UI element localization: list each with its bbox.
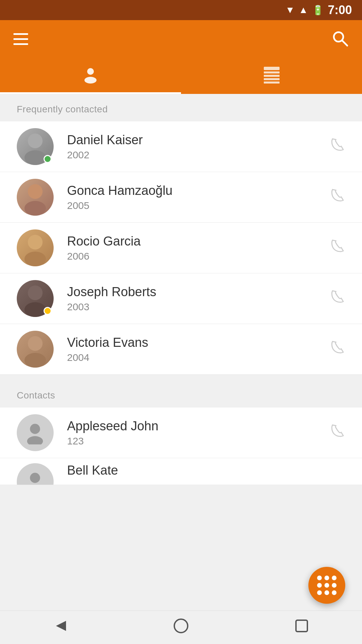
fab-dots-grid	[314, 572, 340, 598]
svg-point-15	[24, 201, 46, 216]
contact-name-gonca: Gonca Hamzaoğlu	[67, 183, 329, 198]
svg-point-14	[28, 184, 43, 199]
contact-number-appleseed: 123	[67, 435, 329, 447]
contact-item-bell[interactable]: Bell Kate	[0, 458, 362, 485]
svg-point-6	[84, 77, 97, 84]
svg-rect-8	[264, 71, 280, 73]
svg-rect-7	[264, 67, 280, 70]
status-bar: ▼ ▲ 🔋 7:00	[0, 0, 362, 20]
svg-rect-11	[264, 82, 280, 84]
nav-home-button[interactable]	[173, 618, 189, 638]
wifi-icon: ▼	[286, 5, 295, 15]
avatar-rocio	[17, 229, 54, 266]
contact-info-victoria: Victoria Evans 2004	[67, 335, 329, 363]
fab-dot-9	[332, 590, 337, 595]
contacts-label: Contacts	[0, 380, 362, 408]
call-icon-joseph[interactable]	[329, 289, 345, 308]
contact-item-appleseed[interactable]: Appleseed John 123	[0, 408, 362, 458]
svg-rect-9	[264, 75, 280, 77]
contact-name-bell: Bell Kate	[67, 463, 345, 478]
svg-rect-2	[13, 43, 28, 45]
contact-info-appleseed: Appleseed John 123	[67, 419, 329, 447]
contact-name-appleseed: Appleseed John	[67, 419, 329, 433]
avatar-wrapper-bell	[17, 463, 54, 485]
svg-point-22	[30, 424, 40, 434]
contact-name-victoria: Victoria Evans	[67, 335, 329, 350]
svg-point-18	[28, 285, 43, 300]
dialpad-fab[interactable]	[308, 567, 345, 604]
contact-info-bell: Bell Kate	[67, 463, 345, 480]
contact-item-gonca[interactable]: Gonca Hamzaoğlu 2005	[0, 172, 362, 223]
contact-item-victoria[interactable]: Victoria Evans 2004	[0, 324, 362, 375]
call-icon-victoria[interactable]	[329, 339, 345, 359]
tab-bar	[0, 60, 362, 94]
svg-point-24	[30, 473, 40, 483]
svg-point-5	[87, 68, 94, 75]
status-dot-joseph	[44, 307, 52, 315]
status-icons: ▼ ▲ 🔋 7:00	[286, 3, 352, 17]
contact-number-rocio: 2006	[67, 251, 329, 262]
menu-icon[interactable]	[13, 33, 28, 48]
call-icon-daniel[interactable]	[329, 137, 345, 156]
svg-point-17	[24, 252, 46, 266]
contact-info-gonca: Gonca Hamzaoğlu 2005	[67, 183, 329, 211]
contact-number-victoria: 2004	[67, 352, 329, 363]
contact-info-rocio: Rocio Garcia 2006	[67, 234, 329, 262]
svg-rect-1	[13, 38, 28, 40]
fab-dot-4	[317, 583, 322, 588]
call-icon-rocio[interactable]	[329, 238, 345, 258]
contact-item-rocio[interactable]: Rocio Garcia 2006	[0, 223, 362, 273]
avatar-wrapper-victoria	[17, 331, 54, 368]
svg-point-20	[28, 336, 43, 351]
bottom-nav	[0, 610, 362, 644]
svg-rect-10	[264, 78, 280, 80]
contact-name-daniel: Daniel Kaiser	[67, 133, 329, 147]
svg-line-4	[342, 40, 347, 46]
contact-item-daniel[interactable]: Daniel Kaiser 2002	[0, 121, 362, 172]
fab-dot-8	[324, 590, 329, 595]
nav-recents-button[interactable]	[293, 618, 310, 638]
contact-name-rocio: Rocio Garcia	[67, 234, 329, 249]
avatar-victoria	[17, 331, 54, 368]
fab-dot-7	[317, 590, 322, 595]
dialpad-tab-icon	[262, 65, 281, 88]
status-dot-daniel	[44, 155, 52, 163]
avatar-gonca	[17, 179, 54, 216]
signal-icon: ▲	[299, 5, 308, 15]
tab-contacts[interactable]	[0, 60, 181, 94]
contacts-tab-icon	[81, 65, 100, 88]
frequently-contacted-label: Frequently contacted	[0, 94, 362, 121]
svg-point-16	[28, 235, 43, 250]
contact-info-joseph: Joseph Roberts 2003	[67, 285, 329, 313]
avatar-wrapper-daniel	[17, 128, 54, 165]
contact-item-joseph[interactable]: Joseph Roberts 2003	[0, 273, 362, 324]
avatar-placeholder-bell	[17, 463, 54, 485]
fab-dot-5	[324, 583, 329, 588]
svg-rect-28	[296, 620, 307, 632]
nav-back-button[interactable]	[52, 618, 69, 638]
contact-info-daniel: Daniel Kaiser 2002	[67, 133, 329, 161]
svg-rect-0	[13, 33, 28, 35]
avatar-wrapper-appleseed	[17, 414, 54, 451]
status-time: 7:00	[328, 3, 352, 17]
tab-dialpad[interactable]	[181, 60, 362, 94]
fab-dot-3	[332, 576, 337, 580]
svg-point-13	[24, 150, 46, 165]
call-icon-gonca[interactable]	[329, 187, 345, 207]
svg-point-23	[27, 436, 43, 444]
contact-name-joseph: Joseph Roberts	[67, 285, 329, 299]
svg-point-12	[28, 133, 43, 148]
avatar-placeholder-appleseed	[17, 414, 54, 451]
app-header	[0, 20, 362, 60]
svg-marker-26	[56, 621, 66, 631]
contact-number-daniel: 2002	[67, 149, 329, 161]
fab-dot-2	[324, 576, 329, 580]
call-icon-appleseed[interactable]	[329, 423, 345, 442]
search-icon[interactable]	[332, 30, 349, 50]
svg-point-21	[24, 353, 46, 368]
battery-icon: 🔋	[312, 5, 324, 16]
avatar-wrapper-joseph	[17, 280, 54, 317]
contact-number-joseph: 2003	[67, 301, 329, 313]
fab-dot-6	[332, 583, 337, 588]
avatar-wrapper-gonca	[17, 179, 54, 216]
